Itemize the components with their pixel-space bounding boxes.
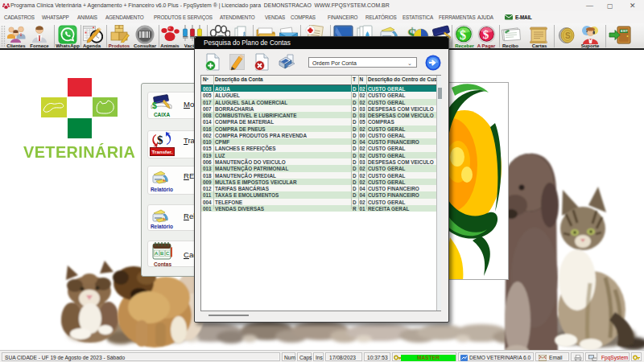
svg-text:$: $ (152, 101, 157, 110)
svg-text:A: A (155, 251, 159, 256)
svg-text:B: B (160, 251, 164, 256)
svg-text:C: C (166, 251, 170, 256)
svg-text:$: $ (157, 134, 163, 146)
